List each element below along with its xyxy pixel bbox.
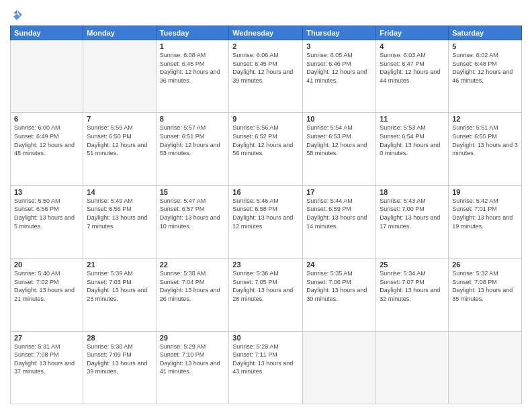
calendar-week-row: 6Sunrise: 6:00 AMSunset: 6:49 PMDaylight… [11, 113, 522, 185]
day-info: Sunrise: 5:51 AMSunset: 6:55 PMDaylight:… [452, 124, 518, 157]
day-number: 4 [380, 42, 445, 50]
calendar-cell: 2Sunrise: 6:06 AMSunset: 6:45 PMDaylight… [229, 40, 303, 113]
calendar-cell: 12Sunrise: 5:51 AMSunset: 6:55 PMDayligh… [449, 113, 522, 185]
day-info: Sunrise: 5:28 AMSunset: 7:11 PMDaylight:… [232, 342, 299, 376]
day-number: 19 [452, 188, 518, 196]
day-number: 3 [306, 42, 372, 50]
calendar-cell: 1Sunrise: 6:08 AMSunset: 6:45 PMDaylight… [156, 40, 229, 113]
day-info: Sunrise: 6:06 AMSunset: 6:45 PMDaylight:… [232, 51, 299, 85]
day-number: 5 [452, 42, 518, 50]
day-number: 22 [160, 261, 226, 269]
day-number: 18 [380, 188, 445, 196]
day-info: Sunrise: 5:49 AMSunset: 6:56 PMDaylight:… [87, 197, 152, 230]
day-info: Sunrise: 5:34 AMSunset: 7:07 PMDaylight:… [380, 269, 445, 303]
day-number: 17 [306, 188, 372, 196]
day-number: 28 [87, 334, 152, 342]
calendar-cell: 5Sunrise: 6:02 AMSunset: 6:48 PMDaylight… [449, 40, 522, 113]
svg-marker-0 [13, 9, 22, 20]
calendar-cell: 27Sunrise: 5:31 AMSunset: 7:08 PMDayligh… [11, 331, 83, 404]
calendar-cell: 13Sunrise: 5:50 AMSunset: 6:56 PMDayligh… [11, 185, 83, 258]
calendar-week-row: 13Sunrise: 5:50 AMSunset: 6:56 PMDayligh… [11, 185, 522, 258]
calendar-cell: 3Sunrise: 6:05 AMSunset: 6:46 PMDaylight… [303, 40, 376, 113]
calendar-cell: 29Sunrise: 5:29 AMSunset: 7:10 PMDayligh… [156, 331, 229, 404]
calendar-cell: 8Sunrise: 5:57 AMSunset: 6:51 PMDaylight… [156, 113, 229, 185]
day-number: 7 [87, 115, 152, 123]
day-info: Sunrise: 5:30 AMSunset: 7:09 PMDaylight:… [87, 342, 152, 376]
calendar-cell [449, 331, 522, 404]
day-info: Sunrise: 5:59 AMSunset: 6:50 PMDaylight:… [87, 124, 152, 157]
calendar-cell: 26Sunrise: 5:32 AMSunset: 7:08 PMDayligh… [449, 259, 522, 331]
calendar-cell: 22Sunrise: 5:38 AMSunset: 7:04 PMDayligh… [156, 259, 229, 331]
calendar-cell [303, 331, 376, 404]
calendar-cell: 10Sunrise: 5:54 AMSunset: 6:53 PMDayligh… [303, 113, 376, 185]
day-number: 24 [306, 261, 372, 269]
calendar-header-saturday: Saturday [449, 26, 522, 40]
calendar-header-monday: Monday [83, 26, 156, 40]
calendar-cell: 17Sunrise: 5:44 AMSunset: 6:59 PMDayligh… [303, 185, 376, 258]
logo [10, 7, 25, 21]
day-number: 1 [160, 42, 226, 50]
day-number: 6 [14, 115, 79, 123]
calendar-cell: 15Sunrise: 5:47 AMSunset: 6:57 PMDayligh… [156, 185, 229, 258]
day-info: Sunrise: 5:31 AMSunset: 7:08 PMDaylight:… [14, 342, 79, 376]
day-number: 11 [380, 115, 445, 123]
calendar-cell [11, 40, 83, 113]
calendar-cell: 20Sunrise: 5:40 AMSunset: 7:02 PMDayligh… [11, 259, 83, 331]
day-number: 14 [87, 188, 152, 196]
day-info: Sunrise: 5:29 AMSunset: 7:10 PMDaylight:… [160, 342, 226, 376]
day-number: 23 [232, 261, 299, 269]
day-number: 8 [160, 115, 226, 123]
day-number: 20 [14, 261, 79, 269]
calendar-cell: 19Sunrise: 5:42 AMSunset: 7:01 PMDayligh… [449, 185, 522, 258]
calendar-week-row: 1Sunrise: 6:08 AMSunset: 6:45 PMDaylight… [11, 40, 522, 113]
calendar-week-row: 20Sunrise: 5:40 AMSunset: 7:02 PMDayligh… [11, 259, 522, 331]
calendar-cell: 9Sunrise: 5:56 AMSunset: 6:52 PMDaylight… [229, 113, 303, 185]
day-info: Sunrise: 5:36 AMSunset: 7:05 PMDaylight:… [232, 269, 299, 303]
logo-icon [10, 8, 24, 21]
day-info: Sunrise: 5:42 AMSunset: 7:01 PMDaylight:… [452, 197, 518, 230]
calendar-header-row: SundayMondayTuesdayWednesdayThursdayFrid… [11, 26, 522, 40]
day-number: 10 [306, 115, 372, 123]
day-number: 15 [160, 188, 226, 196]
calendar-cell: 18Sunrise: 5:43 AMSunset: 7:00 PMDayligh… [376, 185, 449, 258]
day-info: Sunrise: 5:54 AMSunset: 6:53 PMDaylight:… [306, 124, 372, 157]
day-number: 26 [452, 261, 518, 269]
day-number: 13 [14, 188, 79, 196]
day-info: Sunrise: 5:32 AMSunset: 7:08 PMDaylight:… [452, 269, 518, 303]
calendar-header-thursday: Thursday [303, 26, 376, 40]
calendar-cell [83, 40, 156, 113]
calendar-cell: 21Sunrise: 5:39 AMSunset: 7:03 PMDayligh… [83, 259, 156, 331]
day-info: Sunrise: 5:46 AMSunset: 6:58 PMDaylight:… [232, 197, 299, 230]
calendar-cell: 4Sunrise: 6:03 AMSunset: 6:47 PMDaylight… [376, 40, 449, 113]
day-number: 2 [232, 42, 299, 50]
day-info: Sunrise: 5:57 AMSunset: 6:51 PMDaylight:… [160, 124, 226, 157]
calendar-cell [376, 331, 449, 404]
day-info: Sunrise: 5:47 AMSunset: 6:57 PMDaylight:… [160, 197, 226, 230]
page: SundayMondayTuesdayWednesdayThursdayFrid… [0, 0, 532, 411]
day-info: Sunrise: 5:50 AMSunset: 6:56 PMDaylight:… [14, 197, 79, 230]
day-info: Sunrise: 6:05 AMSunset: 6:46 PMDaylight:… [306, 51, 372, 85]
calendar-cell: 23Sunrise: 5:36 AMSunset: 7:05 PMDayligh… [229, 259, 303, 331]
day-number: 27 [14, 334, 79, 342]
day-info: Sunrise: 6:00 AMSunset: 6:49 PMDaylight:… [14, 124, 79, 157]
calendar-header-sunday: Sunday [11, 26, 83, 40]
day-info: Sunrise: 5:56 AMSunset: 6:52 PMDaylight:… [232, 124, 299, 157]
calendar-week-row: 27Sunrise: 5:31 AMSunset: 7:08 PMDayligh… [11, 331, 522, 404]
day-number: 21 [87, 261, 152, 269]
calendar-table: SundayMondayTuesdayWednesdayThursdayFrid… [10, 26, 522, 404]
calendar-cell: 24Sunrise: 5:35 AMSunset: 7:06 PMDayligh… [303, 259, 376, 331]
day-info: Sunrise: 6:08 AMSunset: 6:45 PMDaylight:… [160, 51, 226, 85]
calendar-cell: 11Sunrise: 5:53 AMSunset: 6:54 PMDayligh… [376, 113, 449, 185]
calendar-header-tuesday: Tuesday [156, 26, 229, 40]
calendar-cell: 30Sunrise: 5:28 AMSunset: 7:11 PMDayligh… [229, 331, 303, 404]
day-number: 16 [232, 188, 299, 196]
calendar-cell: 14Sunrise: 5:49 AMSunset: 6:56 PMDayligh… [83, 185, 156, 258]
header [10, 7, 522, 21]
day-number: 25 [380, 261, 445, 269]
day-info: Sunrise: 5:38 AMSunset: 7:04 PMDaylight:… [160, 269, 226, 303]
calendar-cell: 6Sunrise: 6:00 AMSunset: 6:49 PMDaylight… [11, 113, 83, 185]
day-info: Sunrise: 6:03 AMSunset: 6:47 PMDaylight:… [380, 51, 445, 85]
calendar-cell: 7Sunrise: 5:59 AMSunset: 6:50 PMDaylight… [83, 113, 156, 185]
calendar-cell: 28Sunrise: 5:30 AMSunset: 7:09 PMDayligh… [83, 331, 156, 404]
day-info: Sunrise: 5:39 AMSunset: 7:03 PMDaylight:… [87, 269, 152, 303]
